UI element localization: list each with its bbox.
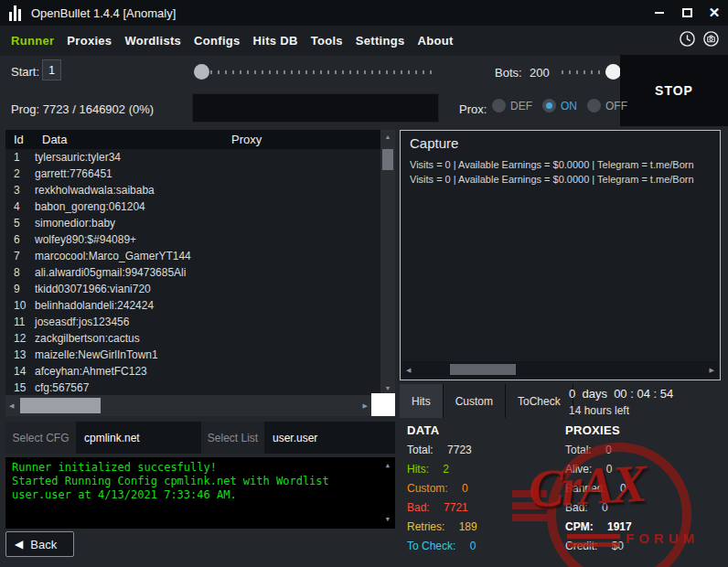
stat-value: 0 [605, 444, 612, 456]
row-id: 5 [5, 217, 35, 230]
table-row[interactable]: 14 afceyhan:AhmetFC123 [5, 363, 380, 380]
capture-line: Visits = 0 | Available Earnings = $0.000… [410, 172, 720, 187]
menu-item[interactable]: Tools [311, 34, 343, 48]
close-button[interactable]: ✕ [701, 0, 728, 26]
scroll-up-icon[interactable]: ▲ [380, 134, 395, 140]
result-tab[interactable]: Custom [444, 384, 506, 418]
horizontal-scrollbar-thumb[interactable] [20, 398, 101, 413]
result-tab[interactable]: ToCheck [506, 384, 573, 418]
wordlist-name-field[interactable]: user.user [264, 422, 395, 454]
scroll-left-icon[interactable]: ◀ [406, 367, 411, 373]
stop-button[interactable]: STOP [620, 55, 728, 126]
column-header-data[interactable]: Data [42, 133, 67, 146]
slider-track [196, 70, 434, 74]
stat-value: 2 [443, 463, 449, 476]
table-row[interactable]: 1 tylersauric:tyler34 [5, 149, 380, 166]
menu-item[interactable]: Wordlists [124, 34, 181, 48]
table-row[interactable]: 13 maizelle:NewGirlInTown1 [5, 347, 380, 363]
config-name-field[interactable]: cpmlink.net [76, 422, 201, 454]
table-row[interactable]: 9 tkidd03071966:viani720 [5, 281, 380, 297]
menu-item[interactable]: Settings [356, 34, 405, 48]
scroll-left-icon[interactable]: ◀ [9, 402, 14, 409]
table-row[interactable]: 12 zackgilbertson:cactus [5, 330, 380, 347]
row-id: 11 [5, 316, 35, 328]
menu-item[interactable]: Runner [11, 34, 54, 48]
table-row[interactable]: 5 simonedior:baby [5, 215, 380, 231]
minimize-button[interactable] [646, 0, 673, 26]
start-slider[interactable] [190, 63, 439, 81]
horizontal-scrollbar[interactable]: ◀ ▶ [5, 395, 371, 416]
log-line: Runner initialized succesfully! [12, 461, 375, 475]
update-check-icon[interactable] [679, 30, 696, 48]
row-data: wolfey890:$#94089+ [35, 233, 380, 246]
menu-item[interactable]: Hits DB [253, 34, 298, 48]
capture-scrollbar[interactable]: ◀ ▶ [402, 361, 718, 378]
table-row[interactable]: 10 belinhadolandeli:242424 [5, 297, 380, 314]
bots-value: 200 [530, 66, 550, 80]
row-id: 7 [5, 250, 35, 262]
row-id: 4 [5, 200, 35, 213]
scroll-right-icon[interactable]: ▶ [363, 402, 368, 409]
stat-value: 0 [602, 501, 608, 514]
scroll-right-icon[interactable]: ▶ [710, 367, 714, 373]
maximize-button[interactable] [673, 0, 701, 26]
stat-value: 1917 [607, 520, 632, 533]
stat-value: 0 [620, 482, 626, 495]
stat-value: $0 [612, 540, 624, 552]
stat-label: Retries: [407, 520, 444, 533]
row-data: babon_goreng:061204 [35, 200, 380, 213]
stat-value: 189 [459, 520, 477, 533]
data-stats-title: DATA [407, 423, 558, 437]
table-row[interactable]: 8 ali.alwardi05gmail:99473685Ali [5, 264, 380, 281]
stat-label: Banned: [565, 482, 606, 495]
proxy-mode-option[interactable]: ON [542, 99, 577, 112]
menu-item[interactable]: Configs [194, 34, 240, 48]
menu-item[interactable]: Proxies [67, 34, 112, 48]
row-data: belinhadolandeli:242424 [35, 299, 380, 312]
screenshot-icon[interactable] [702, 30, 720, 48]
column-header-proxy[interactable]: Proxy [231, 133, 262, 146]
table-row[interactable]: 3 rexkholwadwala:saibaba [5, 182, 380, 198]
table-row[interactable]: 11 joseasdf:jos123456 [5, 314, 380, 330]
log-line: Started Running Config cpmlink.net with … [12, 475, 375, 502]
log-lines: Runner initialized succesfully! Started … [12, 461, 375, 502]
bots-slider[interactable] [556, 63, 624, 81]
capture-scrollbar-thumb[interactable] [450, 364, 516, 375]
stat-label: CPM: [565, 520, 594, 533]
column-header-id[interactable]: Id [14, 133, 24, 146]
elapsed-time: 0 days 00 : 04 : 54 [569, 387, 673, 401]
stat-line: Hits: 2 [407, 463, 558, 476]
row-data: cfg:567567 [35, 381, 380, 394]
stat-line: Bad: 7721 [407, 501, 558, 514]
table-row[interactable]: 15 cfg:567567 [5, 380, 380, 395]
table-row[interactable]: 7 marcocool:Marco_GamerYT144 [5, 248, 380, 264]
start-input[interactable]: 1 [42, 59, 61, 80]
table-row[interactable]: 2 garrett:7766451 [5, 166, 380, 182]
stat-line: Retries: 189 [407, 520, 558, 533]
proxy-mode-option[interactable]: DEF [492, 99, 532, 112]
stat-label: Hits: [407, 463, 429, 476]
vertical-scrollbar[interactable]: ▲ ▼ [380, 130, 395, 395]
minimize-icon [655, 12, 664, 14]
row-data: joseasdf:jos123456 [35, 316, 380, 328]
stat-line: Custom: 0 [407, 482, 558, 495]
log-scroll-up-icon[interactable]: ▲ [386, 463, 390, 469]
proxy-mode-option[interactable]: OFF [587, 99, 627, 112]
row-data: simonedior:baby [35, 217, 380, 230]
table-row[interactable]: 4 babon_goreng:061204 [5, 198, 380, 215]
row-id: 13 [5, 348, 35, 361]
menu-item[interactable]: About [418, 34, 454, 48]
result-tab[interactable]: Hits [400, 384, 444, 418]
back-button[interactable]: ◀ Back [5, 531, 74, 557]
vertical-scrollbar-thumb[interactable] [382, 149, 393, 170]
select-wordlist-button[interactable]: Select List [201, 422, 264, 454]
row-id: 3 [5, 184, 35, 197]
capture-line: Visits = 0 | Available Earnings = $0.000… [410, 157, 720, 172]
start-slider-thumb[interactable] [194, 64, 209, 80]
proxy-stats-title: PROXIES [565, 423, 723, 437]
log-scroll-down-icon[interactable]: ▼ [386, 517, 390, 523]
scroll-down-icon[interactable]: ▼ [380, 385, 395, 391]
select-config-button[interactable]: Select CFG [5, 422, 76, 454]
bots-slider-thumb[interactable] [605, 64, 621, 80]
table-row[interactable]: 6 wolfey890:$#94089+ [5, 231, 380, 248]
